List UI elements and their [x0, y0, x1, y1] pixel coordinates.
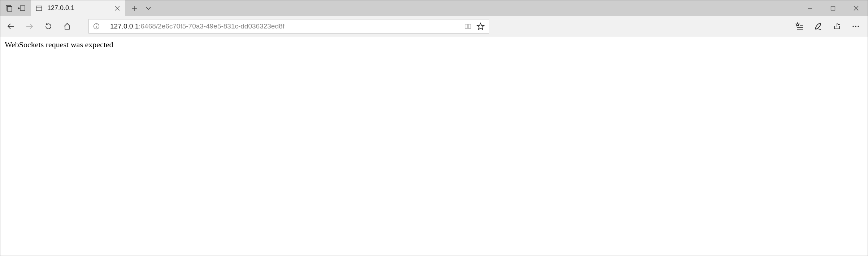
set-aside-tabs-icon[interactable]: [18, 5, 26, 12]
url-text: 127.0.0.1:6468/2e6c70f5-70a3-49e5-831c-d…: [110, 22, 459, 30]
forward-button[interactable]: [26, 22, 34, 30]
url-path: :6468/2e6c70f5-70a3-49e5-831c-dd036323ed…: [139, 22, 285, 30]
svg-point-18: [96, 25, 97, 25]
tab-title: 127.0.0.1: [47, 4, 110, 12]
tabstrip-left-buttons: [0, 0, 31, 16]
more-menu-icon[interactable]: [852, 22, 860, 30]
svg-marker-21: [796, 23, 799, 26]
favorites-list-icon[interactable]: [795, 22, 803, 30]
tabs-overview-icon[interactable]: [5, 5, 13, 12]
tab-strip: 127.0.0.1: [0, 0, 868, 16]
tab-actions-chevron-icon[interactable]: [146, 5, 151, 11]
url-host: 127.0.0.1: [110, 22, 139, 30]
page-content: WebSockets request was expected: [0, 36, 868, 53]
close-tab-icon[interactable]: [115, 6, 120, 11]
back-button[interactable]: [7, 22, 15, 30]
tabstrip-right-buttons: [125, 0, 151, 16]
address-bar[interactable]: 127.0.0.1:6468/2e6c70f5-70a3-49e5-831c-d…: [88, 19, 489, 34]
site-info-icon[interactable]: [93, 23, 100, 30]
close-window-button[interactable]: [845, 0, 868, 16]
toolbar-right-buttons: [795, 22, 863, 30]
svg-point-25: [852, 26, 854, 27]
svg-rect-1: [7, 6, 12, 11]
share-icon[interactable]: [833, 22, 841, 30]
navigation-buttons: [5, 22, 75, 30]
favorite-star-icon[interactable]: [477, 22, 485, 30]
svg-rect-11: [831, 6, 835, 10]
browser-tab[interactable]: 127.0.0.1: [31, 0, 125, 16]
separator: [105, 22, 105, 31]
window-controls: [798, 0, 868, 16]
svg-marker-20: [477, 23, 484, 30]
minimize-button[interactable]: [798, 0, 821, 16]
toolbar: 127.0.0.1:6468/2e6c70f5-70a3-49e5-831c-d…: [0, 16, 868, 36]
page-icon: [36, 5, 42, 12]
maximize-button[interactable]: [821, 0, 845, 16]
reading-view-icon[interactable]: [464, 23, 472, 30]
page-body-text: WebSockets request was expected: [5, 40, 113, 49]
svg-point-26: [855, 26, 856, 27]
refresh-button[interactable]: [44, 22, 52, 30]
new-tab-icon[interactable]: [132, 5, 138, 11]
svg-point-27: [858, 26, 859, 27]
home-button[interactable]: [63, 22, 71, 30]
notes-icon[interactable]: [814, 22, 822, 30]
svg-rect-4: [36, 6, 42, 10]
svg-rect-3: [20, 6, 25, 10]
